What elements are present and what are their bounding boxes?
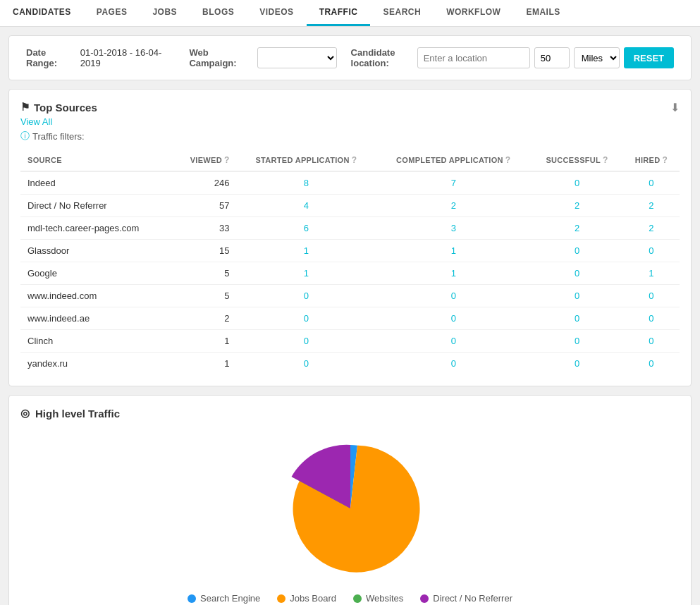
started-cell[interactable]: 0 [237,307,376,330]
completed-cell[interactable]: 7 [376,171,531,195]
hired-cell[interactable]: 0 [623,353,680,375]
source-cell: www.indeed.ae [20,307,172,330]
successful-cell[interactable]: 0 [531,307,623,330]
started-cell[interactable]: 0 [237,330,376,353]
pie-chart-container: Search EngineJobs BoardWebsitesDirect / … [20,431,680,605]
high-level-traffic-title: ◎ High level Traffic [20,407,680,420]
hired-info-icon[interactable]: ? [662,155,668,165]
legend-label: Jobs Board [290,593,336,604]
date-range-label: Date Range: [26,47,76,68]
legend-item-websites: Websites [353,593,403,604]
date-range-group: Date Range: 01-01-2018 - 16-04-2019 [26,47,175,68]
started-info-icon[interactable]: ? [352,155,357,165]
hired-cell[interactable]: 1 [623,262,680,285]
legend-dot [277,594,285,603]
legend-label: Search Engine [200,593,260,604]
circle-icon: ◎ [20,407,30,420]
hired-cell[interactable]: 0 [623,171,680,195]
source-cell: Google [20,262,172,285]
completed-cell[interactable]: 0 [376,285,531,307]
started-cell[interactable]: 0 [237,285,376,307]
traffic-filters-label: ⓘ Traffic filters: [20,130,97,142]
date-range-value: 01-01-2018 - 16-04-2019 [80,47,176,68]
successful-cell[interactable]: 0 [531,240,623,262]
completed-cell[interactable]: 1 [376,262,531,285]
view-all-link[interactable]: View All [20,116,97,127]
nav-item-workflow[interactable]: WORKFLOW [434,0,513,26]
nav-item-traffic[interactable]: TRAFFIC [307,0,371,26]
source-cell: Clinch [20,330,172,353]
nav-item-blogs[interactable]: BLOGS [190,0,247,26]
started-cell[interactable]: 4 [237,195,376,217]
source-cell: Indeed [20,171,172,195]
completed-cell[interactable]: 2 [376,195,531,217]
col-successful: SUCCESSFUL ? [531,149,623,171]
completed-cell[interactable]: 1 [376,240,531,262]
viewed-cell: 246 [172,171,237,195]
legend-item-jobs-board: Jobs Board [277,593,336,604]
col-source: SOURCE [20,149,172,171]
web-campaign-select[interactable] [257,47,336,68]
hired-cell[interactable]: 0 [623,330,680,353]
successful-cell[interactable]: 0 [531,330,623,353]
completed-cell[interactable]: 0 [376,307,531,330]
started-cell[interactable]: 6 [237,217,376,240]
viewed-cell: 2 [172,307,237,330]
started-cell[interactable]: 8 [237,171,376,195]
hired-cell[interactable]: 0 [623,240,680,262]
hired-cell[interactable]: 2 [623,195,680,217]
nav-item-jobs[interactable]: JOBS [140,0,190,26]
started-cell[interactable]: 1 [237,240,376,262]
web-campaign-label: Web Campaign: [189,47,253,68]
viewed-info-icon[interactable]: ? [224,155,230,165]
viewed-cell: 5 [172,262,237,285]
nav-item-search[interactable]: SEARCH [370,0,434,26]
completed-info-icon[interactable]: ? [505,155,511,165]
successful-cell[interactable]: 0 [531,262,623,285]
pie-chart [280,438,421,579]
successful-cell[interactable]: 2 [531,195,623,217]
viewed-cell: 15 [172,240,237,262]
col-hired: HIRED ? [623,149,680,171]
distance-input[interactable] [534,47,570,68]
legend-item-search-engine: Search Engine [188,593,260,604]
nav-item-emails[interactable]: EMAILS [513,0,572,26]
table-row: www.indeed.ae 2 0 0 0 0 [20,307,680,330]
col-started: STARTED APPLICATION ? [237,149,376,171]
successful-cell[interactable]: 0 [531,353,623,375]
unit-select[interactable]: Miles KM [574,47,620,68]
table-row: mdl-tech.career-pages.com 33 6 3 2 2 [20,217,680,240]
started-cell[interactable]: 0 [237,353,376,375]
sources-table: SOURCE VIEWED ? STARTED APPLICATION ? [20,149,680,374]
reset-button[interactable]: RESET [624,47,674,68]
successful-info-icon[interactable]: ? [603,155,608,165]
completed-cell[interactable]: 0 [376,353,531,375]
info-icon: ⓘ [20,130,30,142]
hired-cell[interactable]: 0 [623,285,680,307]
hired-cell[interactable]: 2 [623,217,680,240]
top-sources-card: ⚑ Top Sources View All ⓘ Traffic filters… [8,89,692,386]
successful-cell[interactable]: 0 [531,171,623,195]
nav-item-videos[interactable]: VIDEOS [247,0,306,26]
table-row: Glassdoor 15 1 1 0 0 [20,240,680,262]
completed-cell[interactable]: 3 [376,217,531,240]
location-input[interactable] [417,47,530,68]
col-viewed: VIEWED ? [172,149,237,171]
col-completed: COMPLETED APPLICATION ? [376,149,531,171]
download-icon[interactable]: ⬇ [670,101,680,114]
successful-cell[interactable]: 0 [531,285,623,307]
source-cell: Glassdoor [20,240,172,262]
viewed-cell: 5 [172,285,237,307]
source-cell: yandex.ru [20,353,172,375]
hired-cell[interactable]: 0 [623,307,680,330]
completed-cell[interactable]: 0 [376,330,531,353]
nav-item-candidates[interactable]: CANDIDATES [0,0,84,26]
filter-bar: Date Range: 01-01-2018 - 16-04-2019 Web … [8,35,692,80]
successful-cell[interactable]: 2 [531,217,623,240]
nav-item-pages[interactable]: PAGES [84,0,140,26]
table-row: yandex.ru 1 0 0 0 0 [20,353,680,375]
flag-icon: ⚑ [20,101,30,114]
top-nav: CANDIDATESPAGESJOBSBLOGSVIDEOSTRAFFICSEA… [0,0,700,27]
high-level-traffic-card: ◎ High level Traffic [8,395,692,605]
started-cell[interactable]: 1 [237,262,376,285]
